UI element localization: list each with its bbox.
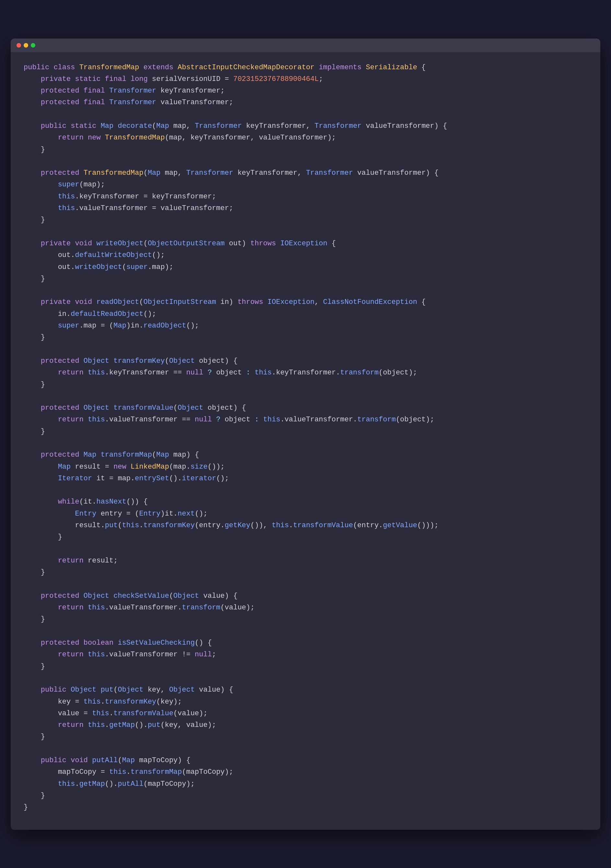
code-content: public class TransformedMap extends Abst…	[24, 62, 587, 814]
close-button[interactable]	[17, 43, 21, 48]
titlebar	[11, 39, 600, 52]
maximize-button[interactable]	[31, 43, 35, 48]
code-window: public class TransformedMap extends Abst…	[11, 39, 600, 830]
code-editor: public class TransformedMap extends Abst…	[11, 52, 600, 830]
minimize-button[interactable]	[24, 43, 28, 48]
